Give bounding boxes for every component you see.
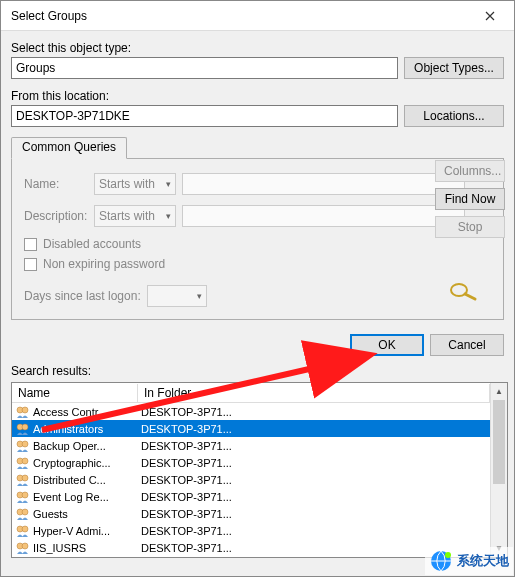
- row-name: Distributed C...: [33, 474, 106, 486]
- description-label: Description:: [24, 209, 88, 223]
- description-input[interactable]: [182, 205, 465, 227]
- locations-button[interactable]: Locations...: [404, 105, 504, 127]
- group-icon: [15, 456, 31, 470]
- svg-point-23: [445, 552, 451, 558]
- table-row[interactable]: Distributed C...DESKTOP-3P71...: [12, 471, 490, 488]
- search-icon: [447, 280, 479, 305]
- row-name: IIS_IUSRS: [33, 542, 86, 554]
- group-icon: [15, 473, 31, 487]
- table-row[interactable]: Backup Oper...DESKTOP-3P71...: [12, 437, 490, 454]
- non-expiring-label: Non expiring password: [43, 257, 165, 271]
- disabled-accounts-checkbox[interactable]: [24, 238, 37, 251]
- row-name: Event Log Re...: [33, 491, 109, 503]
- row-folder: DESKTOP-3P71...: [138, 491, 490, 503]
- side-buttons: Columns... Find Now Stop: [435, 160, 505, 238]
- object-types-button[interactable]: Object Types...: [404, 57, 504, 79]
- row-name: Guests: [33, 508, 68, 520]
- svg-point-2: [22, 407, 28, 413]
- table-row[interactable]: Access Contr...DESKTOP-3P71...: [12, 403, 490, 420]
- chevron-down-icon: ▾: [166, 211, 171, 221]
- globe-icon: [429, 549, 453, 573]
- dialog-title: Select Groups: [11, 9, 470, 23]
- scroll-up-button[interactable]: ▲: [491, 383, 507, 400]
- row-folder: DESKTOP-3P71...: [138, 457, 490, 469]
- close-icon: [485, 11, 495, 21]
- cancel-button[interactable]: Cancel: [430, 334, 504, 356]
- ok-button[interactable]: OK: [350, 334, 424, 356]
- non-expiring-checkbox[interactable]: [24, 258, 37, 271]
- columns-button[interactable]: Columns...: [435, 160, 505, 182]
- watermark: 系统天地: [425, 547, 513, 575]
- name-combo[interactable]: Starts with▾: [94, 173, 176, 195]
- object-type-label: Select this object type:: [11, 41, 504, 55]
- svg-point-8: [22, 458, 28, 464]
- chevron-down-icon: ▾: [197, 291, 202, 301]
- row-folder: DESKTOP-3P71...: [138, 525, 490, 537]
- row-name: Administrators: [33, 423, 103, 435]
- row-folder: DESKTOP-3P71...: [138, 474, 490, 486]
- tab-common-queries[interactable]: Common Queries: [11, 137, 127, 159]
- header-folder[interactable]: In Folder: [138, 384, 490, 402]
- find-now-button[interactable]: Find Now: [435, 188, 505, 210]
- name-label: Name:: [24, 177, 88, 191]
- svg-point-10: [22, 475, 28, 481]
- results-list[interactable]: Name In Folder Access Contr...DESKTOP-3P…: [11, 382, 508, 558]
- name-input[interactable]: [182, 173, 465, 195]
- location-label: From this location:: [11, 89, 504, 103]
- row-name: Cryptographic...: [33, 457, 111, 469]
- table-row[interactable]: AdministratorsDESKTOP-3P71...: [12, 420, 490, 437]
- stop-button[interactable]: Stop: [435, 216, 505, 238]
- svg-point-4: [22, 424, 28, 430]
- common-queries-panel: Name: Starts with▾ Description: Starts w…: [11, 158, 504, 320]
- location-field[interactable]: [11, 105, 398, 127]
- row-folder: DESKTOP-3P71...: [138, 508, 490, 520]
- titlebar: Select Groups: [1, 1, 514, 31]
- scroll-thumb[interactable]: [493, 400, 505, 484]
- row-name: Access Contr...: [33, 406, 107, 418]
- group-icon: [15, 405, 31, 419]
- search-results-label: Search results:: [1, 362, 514, 382]
- days-label: Days since last logon:: [24, 289, 141, 303]
- group-icon: [15, 439, 31, 453]
- table-row[interactable]: Cryptographic...DESKTOP-3P71...: [12, 454, 490, 471]
- select-groups-dialog: Select Groups Select this object type: O…: [0, 0, 515, 577]
- group-icon: [15, 490, 31, 504]
- group-icon: [15, 541, 31, 555]
- action-bar: OK Cancel: [1, 326, 514, 362]
- days-combo[interactable]: ▾: [147, 285, 207, 307]
- table-row[interactable]: Hyper-V Admi...DESKTOP-3P71...: [12, 522, 490, 539]
- description-combo[interactable]: Starts with▾: [94, 205, 176, 227]
- row-name: Backup Oper...: [33, 440, 106, 452]
- row-name: Hyper-V Admi...: [33, 525, 110, 537]
- svg-point-12: [22, 492, 28, 498]
- group-icon: [15, 507, 31, 521]
- row-folder: DESKTOP-3P71...: [138, 440, 490, 452]
- watermark-text: 系统天地: [457, 552, 509, 570]
- svg-point-14: [22, 509, 28, 515]
- row-folder: DESKTOP-3P71...: [138, 406, 490, 418]
- results-header[interactable]: Name In Folder: [12, 383, 490, 403]
- chevron-down-icon: ▾: [166, 179, 171, 189]
- close-button[interactable]: [470, 2, 510, 30]
- table-row[interactable]: IIS_IUSRSDESKTOP-3P71...: [12, 539, 490, 556]
- svg-point-6: [22, 441, 28, 447]
- group-icon: [15, 524, 31, 538]
- disabled-accounts-label: Disabled accounts: [43, 237, 141, 251]
- header-name[interactable]: Name: [12, 384, 138, 402]
- svg-point-18: [22, 543, 28, 549]
- row-folder: DESKTOP-3P71...: [138, 423, 490, 435]
- table-row[interactable]: Network Confi...DESKTOP-3P71...: [12, 556, 490, 557]
- table-row[interactable]: Event Log Re...DESKTOP-3P71...: [12, 488, 490, 505]
- table-row[interactable]: GuestsDESKTOP-3P71...: [12, 505, 490, 522]
- svg-point-16: [22, 526, 28, 532]
- group-icon: [15, 422, 31, 436]
- scroll-track[interactable]: [491, 400, 507, 540]
- scrollbar[interactable]: ▲ ▼: [490, 383, 507, 557]
- object-type-field[interactable]: [11, 57, 398, 79]
